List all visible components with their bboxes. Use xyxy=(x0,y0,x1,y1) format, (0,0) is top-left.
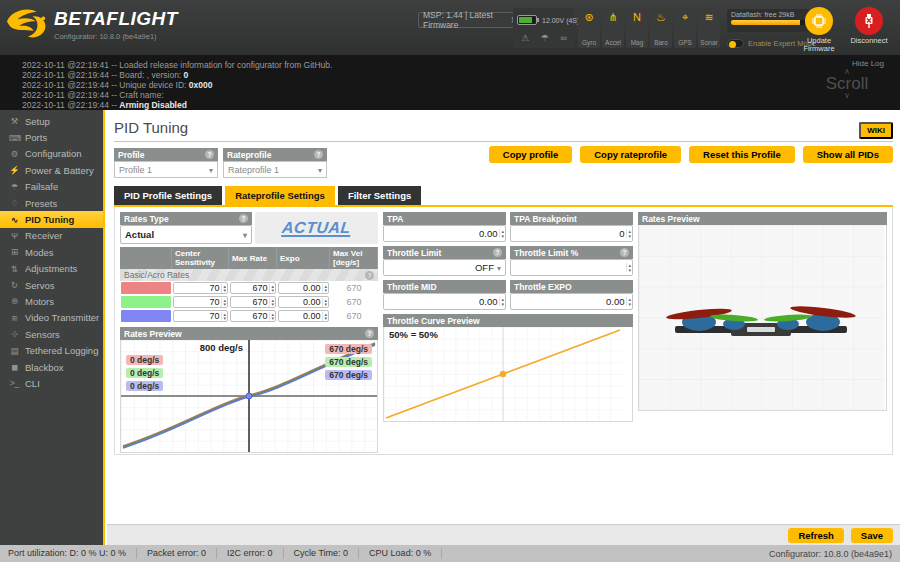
betaflight-configurator-window: BETAFLIGHT Configurator: 10.8.0 (be4a9e1… xyxy=(0,0,900,562)
throttle-curve-annotation: 50% = 50% xyxy=(389,329,438,340)
pitch-max-rate-input[interactable]: 670 xyxy=(230,296,276,308)
rateprofile-select[interactable]: Rateprofile 1 xyxy=(223,161,327,178)
tab-rateprofile-settings[interactable]: Rateprofile Settings xyxy=(225,186,335,205)
sensor-gyro: ⊛ Gyro xyxy=(578,8,600,48)
wiki-button[interactable]: WIKI xyxy=(859,122,893,139)
spinner-icon xyxy=(322,284,327,293)
logging-icon: ▤ xyxy=(9,346,20,356)
status-bar: Port utilization: D: 0 % U: 0 % Packet e… xyxy=(0,545,900,562)
sidebar-item-presets[interactable]: ♢Presets xyxy=(0,195,103,211)
rates-group-row: Basic/Acro Rates xyxy=(120,269,378,281)
vtx-icon: ≋ xyxy=(9,313,20,323)
throttle-limit-pct-field: Throttle Limit % xyxy=(510,246,633,276)
throttle-expo-field: Throttle EXPO 0.00 xyxy=(510,280,633,310)
pid-tabs: PID Profile Settings Rateprofile Setting… xyxy=(114,186,893,207)
page-title: PID Tuning xyxy=(114,119,893,136)
yaw-max-rate-input[interactable]: 670 xyxy=(230,310,276,322)
yaw-axis-swatch xyxy=(121,310,171,322)
main-content: PID Tuning WIKI Profile Profile 1 Ratepr… xyxy=(107,110,900,545)
sidebar-item-cli[interactable]: >_CLI xyxy=(0,375,103,391)
content-footer: Refresh Save xyxy=(107,524,900,545)
throttle-limit-pct-input[interactable] xyxy=(510,259,633,276)
app-logo: BETAFLIGHT Configurator: 10.8.0 (be4a9e1… xyxy=(6,6,178,48)
tab-filter-settings[interactable]: Filter Settings xyxy=(338,186,421,205)
ports-icon: ⌨ xyxy=(9,133,20,143)
copy-profile-button[interactable]: Copy profile xyxy=(489,146,572,163)
help-icon xyxy=(239,214,248,223)
spinner-icon xyxy=(269,284,274,293)
roll-center-sensitivity-input[interactable]: 70 xyxy=(173,282,228,294)
update-firmware-button[interactable]: Update Firmware xyxy=(796,7,842,53)
spinner-icon xyxy=(269,298,274,307)
sidebar-item-motors[interactable]: ⊛Motors xyxy=(0,293,103,309)
tab-pid-profile-settings[interactable]: PID Profile Settings xyxy=(114,186,222,205)
packet-error-status: Packet error: 0 xyxy=(137,548,217,559)
sidebar-nav: ⚒Setup ⌨Ports ⚙Configuration ⚡Power & Ba… xyxy=(0,110,105,545)
sidebar-item-ports[interactable]: ⌨Ports xyxy=(0,129,103,145)
sidebar-item-power-battery[interactable]: ⚡Power & Battery xyxy=(0,162,103,178)
sidebar-item-modes[interactable]: ⊞Modes xyxy=(0,244,103,260)
spinner-icon xyxy=(499,229,504,238)
max-rate-labels: 670 deg/s 670 deg/s 670 deg/s xyxy=(325,344,372,383)
throttle-expo-input[interactable]: 0.00 xyxy=(510,293,633,310)
spinner-icon xyxy=(626,229,631,238)
sidebar-item-tethered-logging[interactable]: ▤Tethered Logging xyxy=(0,342,103,358)
tpa-breakpoint-field: TPA Breakpoint 0 xyxy=(510,212,633,242)
help-icon xyxy=(365,271,374,280)
refresh-button[interactable]: Refresh xyxy=(788,528,843,543)
expert-mode-toggle[interactable] xyxy=(727,39,744,48)
pitch-center-sensitivity-input[interactable]: 70 xyxy=(173,296,228,308)
hide-log-link[interactable]: Hide Log xyxy=(852,59,884,68)
sidebar-item-configuration[interactable]: ⚙Configuration xyxy=(0,146,103,162)
baro-icon: ♨ xyxy=(656,11,666,23)
sidebar-item-servos[interactable]: ↻Servos xyxy=(0,277,103,293)
yaw-expo-input[interactable]: 0.00 xyxy=(278,310,329,322)
spinner-icon xyxy=(626,263,631,272)
reset-profile-button[interactable]: Reset this Profile xyxy=(689,146,795,163)
pitch-axis-swatch xyxy=(121,296,171,308)
firmware-version-select[interactable]: MSP: 1.44 | Latest Firmware xyxy=(418,12,522,28)
tpa-breakpoint-input[interactable]: 0 xyxy=(510,225,633,242)
throttle-curve-chart: 50% = 50% xyxy=(383,327,633,422)
pitch-expo-input[interactable]: 0.00 xyxy=(278,296,329,308)
sensor-status-bar: ⊛ Gyro ⋔ Accel N Mag ♨ Baro ⌖ GPS ≋ Sona… xyxy=(578,8,720,48)
rates-type-select[interactable]: Actual xyxy=(120,225,252,244)
failsafe-icon: ☂ xyxy=(541,33,549,43)
sidebar-item-receiver[interactable]: ΨReceiver xyxy=(0,228,103,244)
disconnect-button[interactable]: Disconnect xyxy=(846,7,892,45)
title-divider xyxy=(114,141,893,142)
log-line: 2022-10-11 @22:19:44 -- Board: , version… xyxy=(22,70,900,80)
sidebar-item-adjustments[interactable]: ⇅Adjustments xyxy=(0,261,103,277)
sidebar-item-video-transmitter[interactable]: ≋Video Transmitter xyxy=(0,310,103,326)
tpa-input[interactable]: 0.00 xyxy=(383,225,506,242)
tpa-field: TPA 0.00 xyxy=(383,212,506,242)
adjustments-icon: ⇅ xyxy=(9,264,20,274)
copy-rateprofile-button[interactable]: Copy rateprofile xyxy=(580,146,681,163)
cpu-load-status: CPU Load: 0 % xyxy=(359,548,442,559)
profile-select[interactable]: Profile 1 xyxy=(114,161,218,178)
sidebar-item-failsafe[interactable]: ☂Failsafe xyxy=(0,179,103,195)
log-line: 2022-10-11 @22:19:44 -- Craft name: xyxy=(22,90,900,100)
save-button[interactable]: Save xyxy=(851,528,893,543)
sidebar-item-sensors[interactable]: ⊹Sensors xyxy=(0,326,103,342)
log-line: 2022-10-11 @22:19:44 -- Arming Disabled xyxy=(22,100,900,110)
log-scroll-control[interactable]: ∧ Scroll ∨ xyxy=(812,68,882,99)
quadcopter-3d-preview xyxy=(638,225,887,411)
sidebar-item-setup[interactable]: ⚒Setup xyxy=(0,113,103,129)
failsafe-icon: ☂ xyxy=(9,182,20,192)
firmware-chip-icon xyxy=(805,7,833,35)
yaw-center-sensitivity-input[interactable]: 70 xyxy=(173,310,228,322)
throttle-limit-select[interactable]: OFF xyxy=(383,259,506,276)
show-all-pids-button[interactable]: Show all PIDs xyxy=(803,146,893,163)
battery-voltage: 12.00V (4S) xyxy=(542,17,579,24)
roll-max-rate-input[interactable]: 670 xyxy=(230,282,276,294)
throttle-limit-field: Throttle Limit OFF xyxy=(383,246,506,276)
setup-icon: ⚒ xyxy=(9,116,20,126)
sidebar-item-blackbox[interactable]: ◼Blackbox xyxy=(0,359,103,375)
sidebar-item-pid-tuning[interactable]: ∿PID Tuning xyxy=(0,211,103,227)
throttle-mid-input[interactable]: 0.00 xyxy=(383,293,506,310)
configurator-version: Configurator: 10.8.0 (be4a9e1) xyxy=(54,32,178,41)
spinner-icon xyxy=(499,297,504,306)
roll-expo-input[interactable]: 0.00 xyxy=(278,282,329,294)
help-icon xyxy=(365,329,374,338)
